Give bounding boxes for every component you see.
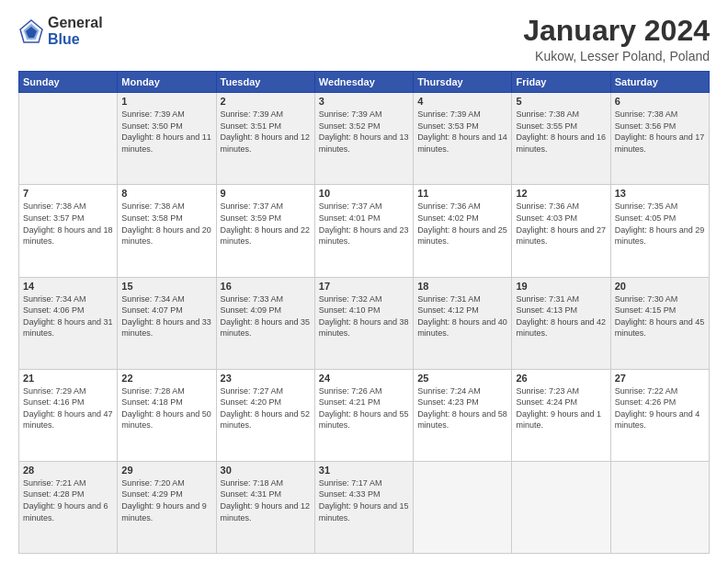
table-row: 6Sunrise: 7:38 AMSunset: 3:56 PMDaylight… [610, 93, 709, 185]
table-row: 24Sunrise: 7:26 AMSunset: 4:21 PMDayligh… [314, 369, 413, 461]
calendar-week-row: 1Sunrise: 7:39 AMSunset: 3:50 PMDaylight… [19, 93, 710, 185]
table-row: 28Sunrise: 7:21 AMSunset: 4:28 PMDayligh… [19, 461, 118, 553]
table-row: 3Sunrise: 7:39 AMSunset: 3:52 PMDaylight… [314, 93, 413, 185]
calendar-week-row: 7Sunrise: 7:38 AMSunset: 3:57 PMDaylight… [19, 185, 710, 277]
table-row: 4Sunrise: 7:39 AMSunset: 3:53 PMDaylight… [414, 93, 512, 185]
table-row: 16Sunrise: 7:33 AMSunset: 4:09 PMDayligh… [216, 277, 314, 369]
day-info: Sunrise: 7:23 AMSunset: 4:24 PMDaylight:… [516, 385, 606, 431]
header-friday: Friday [512, 72, 610, 93]
table-row [414, 461, 512, 553]
table-row: 12Sunrise: 7:36 AMSunset: 4:03 PMDayligh… [512, 185, 610, 277]
day-info: Sunrise: 7:30 AMSunset: 4:15 PMDaylight:… [615, 293, 705, 339]
month-title: January 2024 [523, 15, 710, 47]
day-info: Sunrise: 7:39 AMSunset: 3:52 PMDaylight:… [319, 109, 409, 155]
day-info: Sunrise: 7:38 AMSunset: 3:56 PMDaylight:… [615, 109, 705, 155]
table-row: 1Sunrise: 7:39 AMSunset: 3:50 PMDaylight… [118, 93, 216, 185]
logo-text: General Blue [48, 15, 103, 47]
day-info: Sunrise: 7:31 AMSunset: 4:13 PMDaylight:… [516, 293, 606, 339]
table-row [512, 461, 610, 553]
weekday-header-row: Sunday Monday Tuesday Wednesday Thursday… [19, 72, 710, 93]
calendar-week-row: 14Sunrise: 7:34 AMSunset: 4:06 PMDayligh… [19, 277, 710, 369]
day-number: 1 [121, 96, 211, 107]
table-row: 31Sunrise: 7:17 AMSunset: 4:33 PMDayligh… [314, 461, 413, 553]
day-info: Sunrise: 7:31 AMSunset: 4:12 PMDaylight:… [417, 293, 507, 339]
day-number: 21 [23, 373, 113, 384]
header-wednesday: Wednesday [314, 72, 413, 93]
day-number: 3 [319, 96, 409, 107]
day-info: Sunrise: 7:28 AMSunset: 4:18 PMDaylight:… [121, 385, 211, 431]
table-row: 5Sunrise: 7:38 AMSunset: 3:55 PMDaylight… [512, 93, 610, 185]
table-row: 26Sunrise: 7:23 AMSunset: 4:24 PMDayligh… [512, 369, 610, 461]
day-number: 22 [121, 373, 211, 384]
day-number: 13 [615, 188, 705, 199]
day-info: Sunrise: 7:34 AMSunset: 4:06 PMDaylight:… [23, 293, 113, 339]
table-row: 29Sunrise: 7:20 AMSunset: 4:29 PMDayligh… [118, 461, 216, 553]
day-info: Sunrise: 7:24 AMSunset: 4:23 PMDaylight:… [417, 385, 507, 431]
day-number: 17 [319, 281, 409, 292]
header-tuesday: Tuesday [216, 72, 314, 93]
table-row: 11Sunrise: 7:36 AMSunset: 4:02 PMDayligh… [414, 185, 512, 277]
location-title: Kukow, Lesser Poland, Poland [523, 49, 710, 63]
day-number: 12 [516, 188, 606, 199]
day-info: Sunrise: 7:37 AMSunset: 3:59 PMDaylight:… [221, 201, 311, 247]
day-info: Sunrise: 7:39 AMSunset: 3:50 PMDaylight:… [121, 109, 211, 155]
day-info: Sunrise: 7:18 AMSunset: 4:31 PMDaylight:… [221, 477, 311, 523]
table-row: 30Sunrise: 7:18 AMSunset: 4:31 PMDayligh… [216, 461, 314, 553]
table-row: 27Sunrise: 7:22 AMSunset: 4:26 PMDayligh… [610, 369, 709, 461]
day-number: 18 [417, 281, 507, 292]
table-row: 20Sunrise: 7:30 AMSunset: 4:15 PMDayligh… [610, 277, 709, 369]
logo-general: General [48, 15, 103, 31]
table-row: 15Sunrise: 7:34 AMSunset: 4:07 PMDayligh… [118, 277, 216, 369]
day-number: 31 [319, 465, 409, 476]
day-info: Sunrise: 7:36 AMSunset: 4:02 PMDaylight:… [417, 201, 507, 247]
day-info: Sunrise: 7:29 AMSunset: 4:16 PMDaylight:… [23, 385, 113, 431]
day-number: 29 [121, 465, 211, 476]
day-info: Sunrise: 7:39 AMSunset: 3:51 PMDaylight:… [221, 109, 311, 155]
day-number: 10 [319, 188, 409, 199]
day-info: Sunrise: 7:38 AMSunset: 3:55 PMDaylight:… [516, 109, 606, 155]
day-number: 24 [319, 373, 409, 384]
day-number: 2 [221, 96, 311, 107]
day-info: Sunrise: 7:37 AMSunset: 4:01 PMDaylight:… [319, 201, 409, 247]
calendar-table: Sunday Monday Tuesday Wednesday Thursday… [18, 71, 710, 554]
table-row: 21Sunrise: 7:29 AMSunset: 4:16 PMDayligh… [19, 369, 118, 461]
table-row [19, 93, 118, 185]
day-info: Sunrise: 7:36 AMSunset: 4:03 PMDaylight:… [516, 201, 606, 247]
header-saturday: Saturday [610, 72, 709, 93]
table-row: 13Sunrise: 7:35 AMSunset: 4:05 PMDayligh… [610, 185, 709, 277]
header-thursday: Thursday [414, 72, 512, 93]
calendar-week-row: 21Sunrise: 7:29 AMSunset: 4:16 PMDayligh… [19, 369, 710, 461]
logo-icon [18, 18, 44, 44]
day-info: Sunrise: 7:33 AMSunset: 4:09 PMDaylight:… [221, 293, 311, 339]
day-info: Sunrise: 7:38 AMSunset: 3:57 PMDaylight:… [23, 201, 113, 247]
day-number: 28 [23, 465, 113, 476]
day-info: Sunrise: 7:20 AMSunset: 4:29 PMDaylight:… [121, 477, 211, 523]
header-sunday: Sunday [19, 72, 118, 93]
day-number: 9 [221, 188, 311, 199]
logo: General Blue [18, 15, 103, 47]
day-number: 20 [615, 281, 705, 292]
day-info: Sunrise: 7:17 AMSunset: 4:33 PMDaylight:… [319, 477, 409, 523]
day-number: 27 [615, 373, 705, 384]
logo-blue: Blue [48, 31, 103, 48]
day-info: Sunrise: 7:34 AMSunset: 4:07 PMDaylight:… [121, 293, 211, 339]
day-number: 14 [23, 281, 113, 292]
day-number: 23 [221, 373, 311, 384]
header-monday: Monday [118, 72, 216, 93]
table-row: 7Sunrise: 7:38 AMSunset: 3:57 PMDaylight… [19, 185, 118, 277]
table-row: 17Sunrise: 7:32 AMSunset: 4:10 PMDayligh… [314, 277, 413, 369]
day-info: Sunrise: 7:21 AMSunset: 4:28 PMDaylight:… [23, 477, 113, 523]
day-number: 19 [516, 281, 606, 292]
day-info: Sunrise: 7:32 AMSunset: 4:10 PMDaylight:… [319, 293, 409, 339]
header: General Blue January 2024 Kukow, Lesser … [18, 15, 710, 63]
table-row: 19Sunrise: 7:31 AMSunset: 4:13 PMDayligh… [512, 277, 610, 369]
calendar-page: General Blue January 2024 Kukow, Lesser … [0, 0, 728, 563]
table-row: 14Sunrise: 7:34 AMSunset: 4:06 PMDayligh… [19, 277, 118, 369]
day-info: Sunrise: 7:39 AMSunset: 3:53 PMDaylight:… [417, 109, 507, 155]
day-info: Sunrise: 7:38 AMSunset: 3:58 PMDaylight:… [121, 201, 211, 247]
day-info: Sunrise: 7:35 AMSunset: 4:05 PMDaylight:… [615, 201, 705, 247]
table-row: 8Sunrise: 7:38 AMSunset: 3:58 PMDaylight… [118, 185, 216, 277]
title-block: January 2024 Kukow, Lesser Poland, Polan… [523, 15, 710, 63]
table-row: 18Sunrise: 7:31 AMSunset: 4:12 PMDayligh… [414, 277, 512, 369]
day-number: 11 [417, 188, 507, 199]
